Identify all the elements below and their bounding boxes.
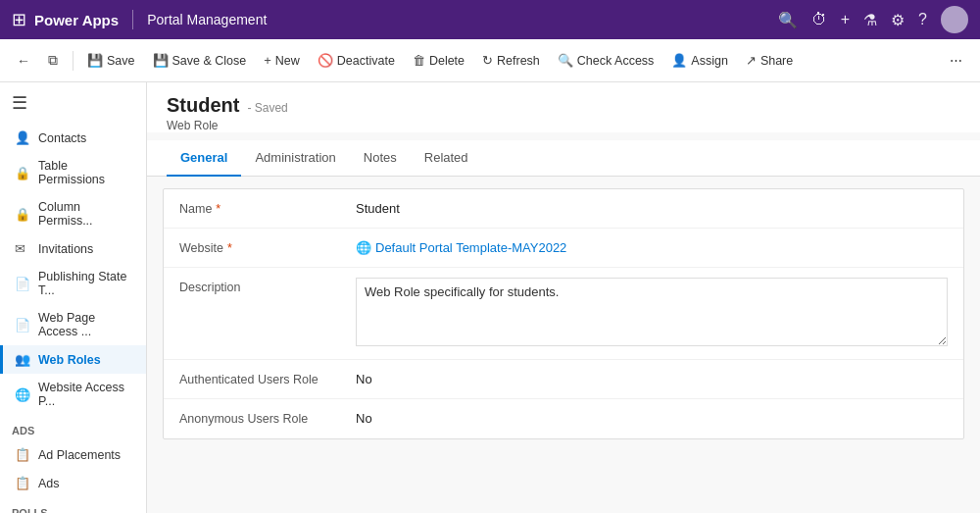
share-icon: ↗ bbox=[746, 53, 757, 68]
sidebar-item-invitations-label: Invitations bbox=[38, 242, 93, 256]
sidebar-item-contacts-label: Contacts bbox=[38, 131, 86, 145]
form-row-authenticated: Authenticated Users Role No bbox=[164, 360, 963, 399]
record-saved-status: - Saved bbox=[247, 101, 287, 115]
cmd-separator-1 bbox=[73, 51, 74, 71]
globe-icon: 🌐 bbox=[356, 240, 371, 255]
sidebar-item-contacts[interactable]: 👤 Contacts bbox=[0, 124, 146, 152]
sidebar-item-web-roles-label: Web Roles bbox=[38, 353, 101, 367]
authenticated-label: Authenticated Users Role bbox=[179, 370, 356, 386]
top-bar-right: 🔍 ⏱ + ⚗ ⚙ ? bbox=[778, 6, 968, 33]
sidebar-item-website-access[interactable]: 🌐 Website Access P... bbox=[0, 374, 146, 415]
refresh-label: Refresh bbox=[497, 54, 540, 68]
add-icon[interactable]: + bbox=[841, 11, 850, 28]
content-area: Student - Saved Web Role General Adminis… bbox=[147, 82, 980, 513]
name-label-text: Name bbox=[179, 202, 212, 216]
app-name: Power Apps bbox=[34, 12, 119, 28]
deactivate-button[interactable]: 🚫 Deactivate bbox=[310, 48, 403, 73]
website-label-text: Website bbox=[179, 241, 223, 255]
sidebar-item-ad-placements[interactable]: 📋 Ad Placements bbox=[0, 440, 146, 469]
sidebar-item-invitations[interactable]: ✉ Invitations bbox=[0, 234, 146, 263]
search-icon[interactable]: 🔍 bbox=[778, 11, 798, 29]
form-row-anonymous: Anonymous Users Role No bbox=[164, 399, 963, 438]
save-label: Save bbox=[107, 54, 135, 68]
recent-icon[interactable]: ⏱ bbox=[811, 11, 827, 28]
contacts-icon: 👤 bbox=[15, 130, 30, 145]
help-icon[interactable]: ? bbox=[918, 11, 927, 28]
assign-label: Assign bbox=[691, 54, 728, 68]
sidebar-item-web-page-access[interactable]: 📄 Web Page Access ... bbox=[0, 304, 146, 345]
sidebar-item-website-access-label: Website Access P... bbox=[38, 381, 134, 408]
name-required-star: * bbox=[216, 202, 220, 216]
check-access-button[interactable]: 🔍 Check Access bbox=[550, 48, 662, 73]
delete-button[interactable]: 🗑 Delete bbox=[405, 48, 472, 73]
form-row-name: Name * Student bbox=[164, 189, 963, 229]
name-label: Name * bbox=[179, 199, 356, 216]
sidebar: ☰ 👤 Contacts 🔒 Table Permissions 🔒 Colum… bbox=[0, 82, 147, 513]
portal-name: Portal Management bbox=[147, 12, 267, 27]
anonymous-label: Anonymous Users Role bbox=[179, 409, 356, 426]
sidebar-item-column-permissions-label: Column Permiss... bbox=[38, 200, 134, 228]
new-label: New bbox=[275, 54, 300, 68]
settings-icon[interactable]: ⚙ bbox=[891, 11, 905, 29]
sidebar-item-publishing-state-label: Publishing State T... bbox=[38, 270, 134, 297]
check-access-icon: 🔍 bbox=[558, 53, 573, 68]
authenticated-value: No bbox=[356, 370, 948, 386]
delete-icon: 🗑 bbox=[413, 53, 425, 68]
save-close-icon: 💾 bbox=[153, 53, 169, 68]
sidebar-item-ad-placements-label: Ad Placements bbox=[38, 448, 121, 462]
tab-related[interactable]: Related bbox=[411, 140, 482, 177]
website-label: Website * bbox=[179, 238, 356, 255]
save-button[interactable]: 💾 Save bbox=[79, 48, 143, 73]
record-title-row: Student - Saved bbox=[167, 94, 960, 117]
new-button[interactable]: + New bbox=[256, 48, 308, 73]
description-textarea[interactable]: Web Role specifically for students. bbox=[356, 278, 948, 346]
ads-section-label: Ads bbox=[0, 415, 146, 440]
tabs: General Administration Notes Related bbox=[147, 140, 980, 177]
tab-notes[interactable]: Notes bbox=[350, 140, 411, 177]
sidebar-item-column-permissions[interactable]: 🔒 Column Permiss... bbox=[0, 193, 146, 234]
nav-separator bbox=[132, 10, 133, 29]
description-label: Description bbox=[179, 278, 356, 294]
sidebar-item-publishing-state[interactable]: 📄 Publishing State T... bbox=[0, 263, 146, 304]
tab-administration[interactable]: Administration bbox=[241, 140, 349, 177]
website-access-icon: 🌐 bbox=[15, 387, 30, 402]
new-icon: + bbox=[264, 53, 271, 68]
assign-icon: 👤 bbox=[671, 53, 687, 68]
record-title: Student bbox=[167, 94, 239, 117]
form-row-website: Website * 🌐Default Portal Template-MAY20… bbox=[164, 229, 963, 268]
grid-icon[interactable]: ⊞ bbox=[12, 9, 26, 30]
tab-general[interactable]: General bbox=[167, 140, 241, 177]
website-value[interactable]: 🌐Default Portal Template-MAY2022 bbox=[356, 238, 948, 255]
more-commands-button[interactable]: ⋯ bbox=[942, 48, 970, 73]
assign-button[interactable]: 👤 Assign bbox=[663, 48, 736, 73]
sidebar-item-web-roles[interactable]: 👥 Web Roles bbox=[0, 345, 146, 374]
open-record-button[interactable]: ⧉ bbox=[39, 47, 67, 75]
sidebar-toggle[interactable]: ☰ bbox=[0, 82, 146, 124]
column-permissions-icon: 🔒 bbox=[15, 207, 30, 222]
save-icon: 💾 bbox=[87, 53, 103, 68]
filter-icon[interactable]: ⚗ bbox=[863, 11, 877, 29]
sidebar-item-table-permissions-label: Table Permissions bbox=[38, 159, 134, 186]
ads-icon: 📋 bbox=[15, 476, 30, 490]
user-avatar[interactable] bbox=[941, 6, 968, 33]
refresh-button[interactable]: ↻ Refresh bbox=[474, 48, 548, 73]
authenticated-label-text: Authenticated Users Role bbox=[179, 373, 318, 386]
sidebar-item-table-permissions[interactable]: 🔒 Table Permissions bbox=[0, 152, 146, 193]
deactivate-icon: 🚫 bbox=[318, 53, 333, 68]
record-header: Student - Saved Web Role bbox=[147, 82, 980, 132]
share-button[interactable]: ↗ Share bbox=[738, 48, 801, 73]
sidebar-item-ads-label: Ads bbox=[38, 477, 60, 490]
main-layout: ☰ 👤 Contacts 🔒 Table Permissions 🔒 Colum… bbox=[0, 82, 980, 513]
name-value: Student bbox=[356, 199, 948, 216]
save-close-button[interactable]: 💾 Save & Close bbox=[145, 48, 255, 73]
check-access-label: Check Access bbox=[577, 54, 655, 68]
description-label-text: Description bbox=[179, 281, 241, 294]
share-label: Share bbox=[760, 54, 793, 68]
back-button[interactable]: ← bbox=[10, 47, 37, 75]
publishing-state-icon: 📄 bbox=[15, 277, 30, 291]
web-page-access-icon: 📄 bbox=[15, 318, 30, 333]
more-icon: ⋯ bbox=[950, 53, 962, 68]
sidebar-item-ads[interactable]: 📋 Ads bbox=[0, 469, 146, 497]
command-bar: ← ⧉ 💾 Save 💾 Save & Close + New 🚫 Deacti… bbox=[0, 39, 980, 82]
form-row-description: Description Web Role specifically for st… bbox=[164, 268, 963, 360]
